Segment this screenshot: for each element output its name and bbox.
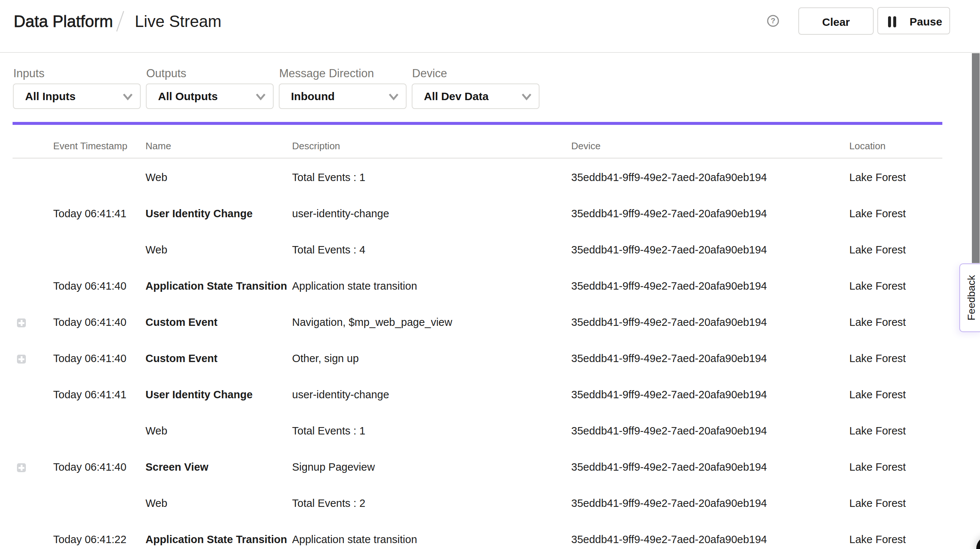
svg-text:?: ? <box>771 16 775 25</box>
